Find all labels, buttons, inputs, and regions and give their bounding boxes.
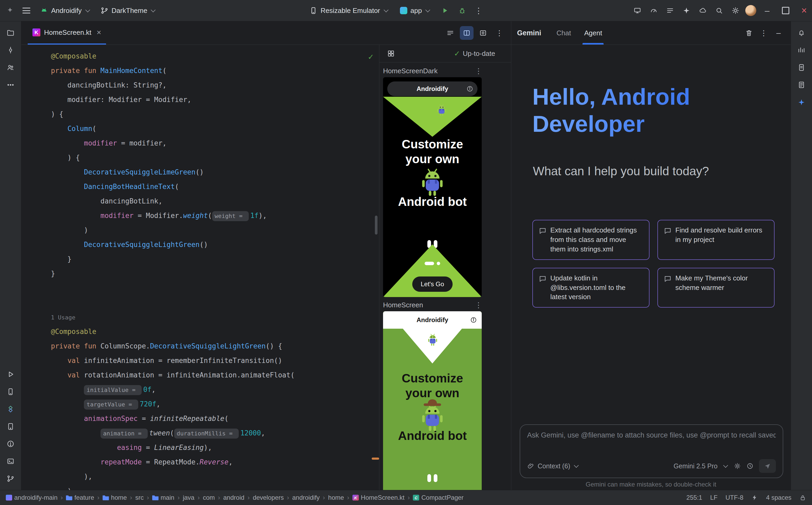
line-separator[interactable]: LF [710,494,717,501]
settings-button[interactable] [729,4,742,17]
preview-scroll-area[interactable]: HomeScreenDark ⋮ Androidify [379,62,511,490]
design-view-button[interactable] [476,26,490,40]
breadcrumb-item[interactable]: feature [66,494,94,501]
breadcrumb-item[interactable]: CCompactPager [413,494,464,501]
gemini-tool-button[interactable] [794,95,809,109]
code-line[interactable]: ) { [51,151,379,165]
code-line[interactable]: val rotationAnimation = infiniteAnimatio… [51,368,379,382]
gemini-prompt-box[interactable]: Ask Gemini, use @filename to attach sour… [520,425,783,478]
code-line[interactable]: ) { [51,107,379,122]
vcs-branch-selector[interactable]: DarkTheme [97,3,160,18]
code-line[interactable]: ) [51,484,379,490]
window-close-button[interactable]: × [796,0,812,21]
terminal-tool-button[interactable] [3,454,18,468]
code-line[interactable]: DancingBotHeadlineText( [51,179,379,194]
history-icon[interactable] [746,462,754,470]
code-line[interactable]: ), [51,469,379,484]
pull-requests-tool-button[interactable] [3,60,18,74]
version-control-tool-button[interactable] [3,472,18,486]
inspections-ok-icon[interactable]: ✓ [368,49,373,64]
code-line[interactable]: modifier: Modifier = Modifier, [51,93,379,107]
code-line[interactable]: modifier = modifier, [51,136,379,151]
file-encoding[interactable]: UTF-8 [725,494,743,501]
code-line[interactable]: ) [51,223,379,237]
code-line[interactable]: DecorativeSquiggleLightGreen() [51,237,379,252]
code-line[interactable]: animationSpec = infiniteRepeatable( [51,411,379,426]
code-line[interactable]: @Composable [51,324,379,339]
code-line[interactable]: private fun MainHomeContent( [51,63,379,78]
breadcrumb-item[interactable]: developers [253,494,283,501]
search-everywhere-button[interactable] [712,4,726,17]
prompt-settings-icon[interactable] [734,462,741,470]
preview-options-icon[interactable]: ⋮ [475,301,482,309]
code-line[interactable]: modifier = Modifier.weight(weight = 1f), [51,208,379,223]
attach-context-icon[interactable] [527,462,535,470]
preview-homescreen[interactable]: Androidify Customize your own Android bo… [383,311,482,490]
more-tool-windows-button[interactable] [3,78,18,92]
window-maximize-button[interactable] [778,0,794,21]
code-line[interactable]: repeatMode = RepeatMode.Reverse, [51,455,379,469]
readonly-lock-icon[interactable] [799,494,806,501]
debug-button[interactable] [455,4,469,17]
breadcrumb-item[interactable]: src [135,494,144,501]
code-line[interactable]: targetValue = 720f, [51,397,379,411]
hide-panel-button[interactable]: – [772,27,785,39]
preview-options-icon[interactable]: ⋮ [475,67,482,75]
project-selector[interactable]: Androidify [36,3,94,18]
code-line[interactable]: 1 Usage [51,310,379,324]
breadcrumb-item[interactable]: androidify [292,494,320,501]
breadcrumb-item[interactable]: main [152,494,175,501]
editor-options-button[interactable]: ⋮ [492,26,506,40]
code-line[interactable]: Column( [51,122,379,136]
code-line[interactable] [51,296,379,310]
editor-scrollbar[interactable] [375,216,377,234]
code-line[interactable]: initialValue = 0f, [51,382,379,397]
run-button[interactable] [438,4,452,17]
code-line[interactable]: dancingBotLink, [51,194,379,208]
breadcrumb-item[interactable]: com [203,494,215,501]
preview-homescreendark[interactable]: Androidify Customize your own Android bo… [383,77,482,297]
breadcrumb-item[interactable]: java [183,494,195,501]
gemini-toolbar-button[interactable] [680,4,693,17]
build-variants-tool-button[interactable] [3,402,18,416]
code-line[interactable]: val infiniteAnimation = rememberInfinite… [51,353,379,368]
split-view-button[interactable] [460,26,474,40]
run-tool-button[interactable] [3,367,18,381]
tab-agent[interactable]: Agent [581,21,605,44]
code-line[interactable]: @Composable [51,49,379,63]
breadcrumb-item[interactable]: home [328,494,344,501]
breadcrumb-item[interactable]: androidify-main [6,494,57,501]
commit-tool-button[interactable] [3,43,18,57]
breadcrumb-item[interactable]: KHomeScreen.kt [352,494,404,501]
send-button[interactable] [759,459,776,473]
code-line[interactable] [51,281,379,296]
user-avatar[interactable] [745,5,757,16]
run-configuration-selector[interactable]: app [396,3,434,18]
clear-chat-button[interactable] [742,27,755,39]
device-explorer-tool-button[interactable] [794,60,809,74]
code-view-button[interactable] [444,26,457,40]
tab-chat[interactable]: Chat [554,21,574,44]
code-line[interactable]: animation = tween(durationMillis = 12000… [51,426,379,441]
gemini-options-button[interactable]: ⋮ [758,27,770,39]
code-editor[interactable]: @Composableprivate fun MainHomeContent( … [21,45,379,490]
suggestion-card[interactable]: Extract all hardcoded strings from this … [533,220,650,260]
main-menu-button[interactable] [19,3,34,18]
project-tool-button[interactable] [3,26,18,40]
code-line[interactable]: dancingBotLink: String?, [51,78,379,93]
suggestion-card[interactable]: Update kotlin in @libs.version.toml to t… [533,268,650,308]
context-label[interactable]: Context (6) [538,462,570,470]
preview-layout-button[interactable] [385,47,397,60]
suggestion-card[interactable]: Find and resolve build errors in my proj… [658,220,775,260]
problems-tool-button[interactable] [3,437,18,451]
tab-close-icon[interactable]: × [97,28,101,37]
code-line[interactable]: } [51,252,379,267]
lets-go-button[interactable]: Let's Go [412,277,453,292]
tab-homescreen-kt[interactable]: K HomeScreen.kt × [28,22,106,44]
code-line[interactable]: easing = LinearEasing), [51,441,379,455]
code-line[interactable]: } [51,267,379,281]
running-devices-button[interactable] [630,4,644,17]
ai-status-icon[interactable] [751,494,758,501]
emulator-tool-button[interactable] [3,419,18,434]
breadcrumb-item[interactable]: android [223,494,244,501]
